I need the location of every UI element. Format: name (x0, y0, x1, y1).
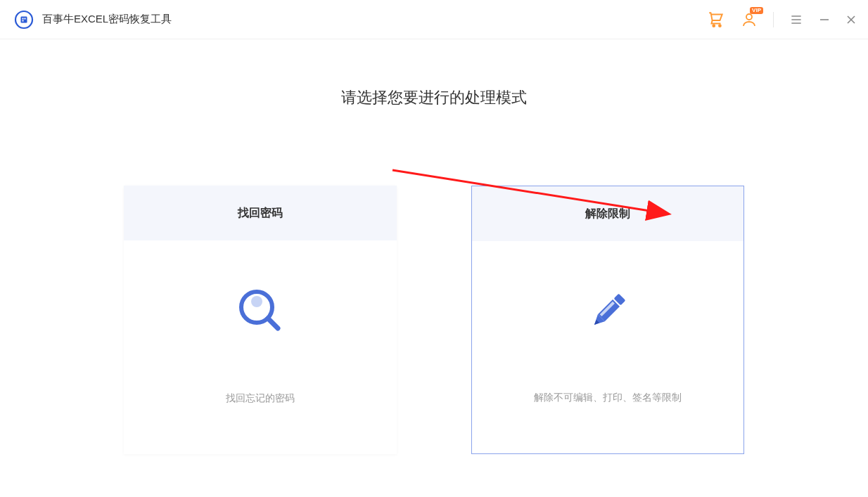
page-heading: 请选择您要进行的处理模式 (341, 87, 527, 108)
titlebar: 百事牛EXCEL密码恢复工具 VIP (0, 0, 868, 39)
main-content: 请选择您要进行的处理模式 找回密码 (0, 39, 868, 454)
card-desc: 找回忘记的密码 (226, 392, 295, 405)
svg-point-5 (713, 25, 715, 27)
vip-badge: VIP (750, 7, 763, 14)
svg-rect-3 (25, 18, 26, 19)
svg-rect-4 (23, 20, 24, 21)
menu-icon[interactable] (789, 13, 803, 27)
mode-card-remove-restrictions[interactable]: 解除限制 解除不可编辑、打印、签名等限制 (471, 186, 744, 454)
svg-point-6 (719, 25, 721, 27)
mode-cards: 找回密码 找回忘记的密码 解除限制 (124, 186, 744, 454)
svg-point-7 (746, 14, 752, 20)
svg-point-17 (251, 296, 262, 307)
card-desc: 解除不可编辑、打印、签名等限制 (534, 392, 682, 404)
app-title: 百事牛EXCEL密码恢复工具 (42, 13, 172, 26)
card-header: 解除限制 (472, 186, 743, 241)
search-magnifier-icon (232, 283, 288, 339)
user-icon[interactable]: VIP (741, 11, 758, 28)
card-title: 找回密码 (238, 206, 283, 221)
card-header: 找回密码 (124, 186, 397, 240)
cart-icon[interactable] (707, 11, 725, 29)
titlebar-divider (773, 12, 774, 27)
minimize-icon[interactable] (819, 14, 830, 25)
close-icon[interactable] (845, 14, 857, 25)
card-title: 解除限制 (585, 207, 630, 221)
card-body: 找回忘记的密码 (124, 240, 397, 454)
card-body: 解除不可编辑、打印、签名等限制 (472, 241, 743, 453)
titlebar-left: 百事牛EXCEL密码恢复工具 (14, 10, 172, 30)
svg-line-18 (268, 318, 278, 328)
svg-rect-1 (21, 16, 27, 22)
app-logo-icon (14, 10, 34, 30)
mode-card-recover-password[interactable]: 找回密码 找回忘记的密码 (124, 186, 397, 454)
titlebar-right: VIP (707, 11, 857, 29)
svg-rect-2 (23, 18, 24, 19)
pencil-icon (580, 283, 636, 340)
